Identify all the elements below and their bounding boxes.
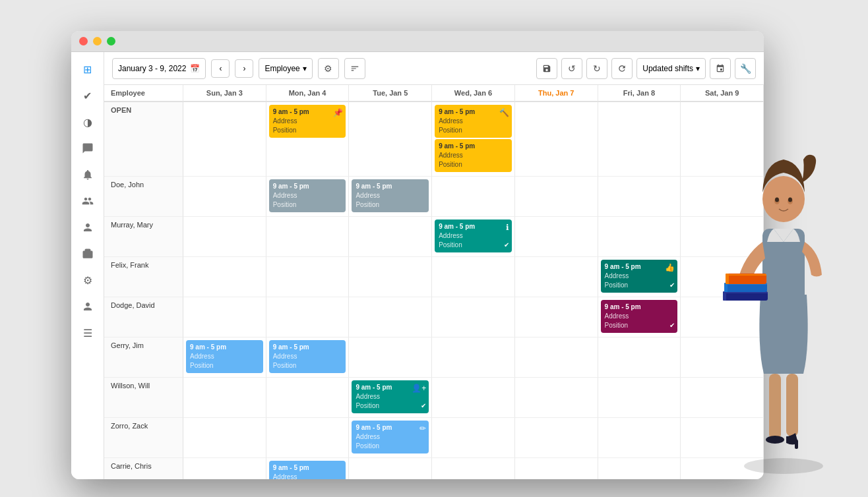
cell-1-5[interactable] (598, 177, 681, 217)
shift-card[interactable]: 9 am - 5 pmAddressPosition (352, 179, 429, 212)
cell-6-4[interactable] (515, 378, 598, 418)
cell-2-4[interactable] (515, 217, 598, 257)
cell-1-1[interactable]: 9 am - 5 pmAddressPosition (266, 177, 350, 217)
cell-1-0[interactable] (183, 177, 266, 217)
sidebar-icon-chat[interactable] (76, 136, 100, 160)
cell-6-2[interactable]: 9 am - 5 pmAddressPosition👤+✔ (349, 378, 432, 418)
date-range-button[interactable]: January 3 - 9, 2022 📅 (112, 58, 206, 79)
cell-5-6[interactable] (681, 337, 764, 378)
maximize-button[interactable] (107, 37, 115, 45)
calendar-view-button[interactable] (710, 58, 731, 79)
cell-4-3[interactable] (432, 297, 515, 337)
cell-5-2[interactable] (349, 337, 432, 378)
cell-6-0[interactable] (183, 378, 266, 418)
shift-card[interactable]: 9 am - 5 pmAddressPosition (435, 139, 512, 172)
cell-2-3[interactable]: 9 am - 5 pmAddressPositionℹ✔ (432, 217, 515, 257)
cell-4-4[interactable] (515, 297, 598, 337)
cell-4-2[interactable] (349, 297, 432, 337)
cell-7-3[interactable] (432, 418, 515, 458)
cell-1-6[interactable] (681, 177, 764, 217)
prev-week-button[interactable]: ‹ (211, 59, 230, 78)
cell-7-2[interactable]: 9 am - 5 pmAddressPosition✏ (349, 418, 432, 458)
cell-1-2[interactable]: 9 am - 5 pmAddressPosition (349, 177, 432, 217)
cell-3-3[interactable] (432, 257, 515, 297)
sidebar-icon-check[interactable]: ✔ (76, 84, 100, 107)
sidebar-icon-list[interactable]: ☰ (76, 321, 100, 345)
cell-0-0[interactable] (183, 102, 266, 177)
cell-7-4[interactable] (515, 418, 598, 458)
shift-card[interactable]: 9 am - 5 pmAddressPosition✏ (352, 421, 429, 453)
shift-card[interactable]: 9 am - 5 pmAddressPosition✔ (601, 300, 678, 333)
cell-8-0[interactable] (183, 458, 266, 479)
sidebar-icon-bell[interactable] (76, 163, 100, 187)
sidebar-icon-person-settings[interactable] (76, 216, 100, 239)
close-button[interactable] (79, 37, 88, 45)
settings-button[interactable]: ⚙ (318, 58, 339, 79)
cell-1-4[interactable] (515, 177, 598, 217)
cell-0-5[interactable] (598, 102, 681, 177)
sidebar-icon-chart[interactable]: ◑ (76, 110, 100, 134)
cell-2-0[interactable] (183, 217, 266, 257)
cell-4-5[interactable]: 9 am - 5 pmAddressPosition✔ (598, 297, 681, 337)
shift-card[interactable]: 9 am - 5 pmAddressPosition (269, 461, 346, 479)
cell-8-3[interactable] (432, 458, 515, 479)
shift-card[interactable]: 9 am - 5 pmAddressPosition (186, 340, 263, 373)
sidebar-icon-grid[interactable]: ⊞ (76, 57, 100, 81)
cell-7-5[interactable] (598, 418, 681, 458)
cell-5-3[interactable] (432, 337, 515, 378)
view-dropdown[interactable]: Employee ▾ (259, 58, 312, 79)
sidebar-icon-gear[interactable]: ⚙ (76, 268, 100, 292)
cell-8-2[interactable] (349, 458, 432, 479)
cell-4-1[interactable] (266, 297, 350, 337)
shift-card[interactable]: 9 am - 5 pmAddressPosition (269, 179, 346, 212)
wrench-button[interactable]: 🔧 (735, 58, 756, 79)
cell-1-3[interactable] (432, 177, 515, 217)
save-button[interactable] (536, 58, 557, 79)
cell-8-6[interactable] (681, 458, 764, 479)
cell-0-6[interactable] (681, 102, 764, 177)
cell-2-2[interactable] (349, 217, 432, 257)
sidebar-icon-users[interactable] (76, 189, 100, 213)
status-dropdown[interactable]: Updated shifts ▾ (636, 58, 706, 79)
shift-card[interactable]: 9 am - 5 pmAddressPositionℹ✔ (435, 219, 512, 252)
redo-button[interactable]: ↻ (586, 58, 607, 79)
cell-3-2[interactable] (349, 257, 432, 297)
cell-5-4[interactable] (515, 337, 598, 378)
cell-3-0[interactable] (183, 257, 266, 297)
filter-button[interactable] (344, 58, 365, 79)
shift-card[interactable]: 9 am - 5 pmAddressPosition (269, 340, 346, 373)
cell-0-3[interactable]: 9 am - 5 pmAddressPosition🔨9 am - 5 pmAd… (432, 102, 515, 177)
cell-2-5[interactable] (598, 217, 681, 257)
sidebar-icon-briefcase[interactable] (76, 242, 100, 266)
cell-0-2[interactable] (349, 102, 432, 177)
cell-8-1[interactable]: 9 am - 5 pmAddressPosition (266, 458, 350, 479)
cell-6-1[interactable] (266, 378, 350, 418)
shift-card[interactable]: 9 am - 5 pmAddressPosition📌 (269, 105, 346, 138)
cell-7-0[interactable] (183, 418, 266, 458)
cell-7-6[interactable] (681, 418, 764, 458)
cell-3-4[interactable] (515, 257, 598, 297)
cell-3-6[interactable] (681, 257, 764, 297)
cell-2-6[interactable] (681, 217, 764, 257)
cell-3-5[interactable]: 9 am - 5 pmAddressPosition👍✔ (598, 257, 681, 297)
cell-6-5[interactable] (598, 378, 681, 418)
cell-5-5[interactable] (598, 337, 681, 378)
cell-6-6[interactable] (681, 378, 764, 418)
cell-4-0[interactable] (183, 297, 266, 337)
cell-0-1[interactable]: 9 am - 5 pmAddressPosition📌 (266, 102, 350, 177)
cell-0-4[interactable] (515, 102, 598, 177)
minimize-button[interactable] (93, 37, 102, 45)
cell-3-1[interactable] (266, 257, 350, 297)
shift-card[interactable]: 9 am - 5 pmAddressPosition👤+✔ (352, 380, 429, 413)
cell-8-4[interactable] (515, 458, 598, 479)
undo-button[interactable]: ↺ (561, 58, 582, 79)
sidebar-icon-user[interactable] (76, 295, 100, 318)
cell-4-6[interactable] (681, 297, 764, 337)
shift-card[interactable]: 9 am - 5 pmAddressPosition🔨 (435, 105, 512, 138)
cell-7-1[interactable] (266, 418, 350, 458)
refresh-button[interactable] (611, 58, 633, 79)
cell-6-3[interactable] (432, 378, 515, 418)
cell-5-1[interactable]: 9 am - 5 pmAddressPosition (266, 337, 350, 378)
cell-2-1[interactable] (266, 217, 350, 257)
shift-card[interactable]: 9 am - 5 pmAddressPosition👍✔ (601, 260, 678, 293)
